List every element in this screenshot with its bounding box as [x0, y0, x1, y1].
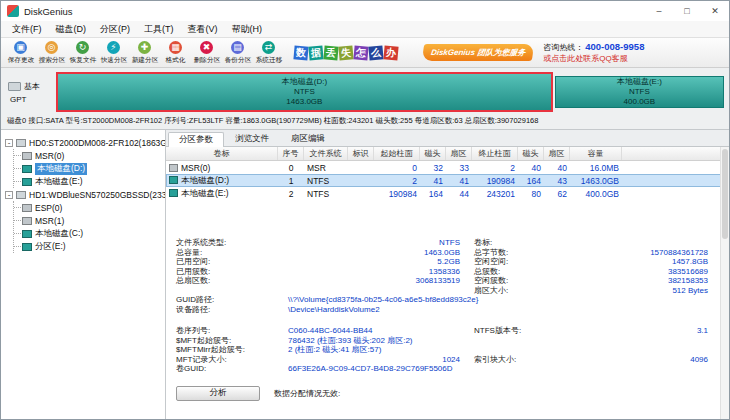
tree-item-label: 本地磁盘(C:)	[35, 228, 83, 240]
quick-partition-button[interactable]: ⚡快速分区	[98, 41, 129, 65]
cell-no: 0	[278, 163, 304, 173]
column-header: 标识	[348, 147, 374, 160]
banner-tile: 数	[293, 45, 308, 60]
cell-fs: NTFS	[304, 176, 348, 186]
cell-label: 本地磁盘(D:)	[166, 175, 278, 187]
partition-tree: -HD0:ST2000DM008-2FR102(1863GB)MSR(0)本地磁…	[1, 130, 166, 419]
cell-fs: MSR	[304, 163, 348, 173]
expander-icon[interactable]: -	[5, 191, 13, 199]
cell-es: 43	[544, 176, 570, 186]
cell-es: 62	[544, 189, 570, 199]
menu-file[interactable]: 文件(F)	[5, 21, 49, 38]
param-row: 总扇区数:3068133519空闲簇数:382158353	[166, 276, 729, 286]
partition-icon	[169, 189, 178, 197]
cell-es: 40	[544, 163, 570, 173]
cell-ss: 41	[446, 176, 472, 186]
cell-sc: 0	[374, 163, 420, 173]
recover-files-button[interactable]: ↻恢复文件	[67, 41, 98, 65]
param-value: 1457.8GB	[586, 257, 708, 266]
param-value: 1463.0GB	[288, 248, 460, 257]
table-row[interactable]: 本地磁盘(D:)1NTFS24141190984164431463.0GB	[166, 174, 729, 187]
partition-bar-name: 本地磁盘(D:)	[282, 77, 327, 87]
system-migration-button[interactable]: ⇄系统迁移	[253, 41, 284, 65]
tab-browse-files[interactable]: 浏览文件	[224, 131, 280, 146]
new-partition-button[interactable]: ✚新建分区	[129, 41, 160, 65]
vertical-scrollbar[interactable]	[720, 147, 729, 419]
search-partition-button[interactable]: ◎搜索分区	[36, 41, 67, 65]
param-value: 66F3E26A-9C09-4CD7-B4D8-29C769F5506D	[288, 364, 460, 373]
analyze-button[interactable]: 分析	[176, 386, 260, 401]
param-value: 1570884361728	[586, 248, 708, 257]
sidebar-item-local-disk-c[interactable]: 本地磁盘(C:)	[14, 227, 165, 240]
sidebar-item-hd1[interactable]: -HD1:WDBlueSN570250GBSSD(233GB)	[1, 188, 165, 201]
hotline-label: 咨询热线：	[543, 43, 583, 52]
tree-item-label: MSR(0)	[35, 151, 64, 161]
tree-item-label: HD1:WDBlueSN570250GBSSD(233GB)	[29, 190, 166, 200]
sidebar-item-esp-0[interactable]: ESP(0)	[14, 201, 165, 214]
partition-icon	[22, 165, 32, 173]
tree-item-label: 本地磁盘(D:)	[35, 163, 87, 175]
qq-support-link[interactable]: 或点击此处联系QQ客服	[543, 53, 644, 64]
menu-partition[interactable]: 分区(P)	[93, 21, 137, 38]
new-partition-icon: ✚	[138, 41, 151, 54]
format-button[interactable]: ▦格式化	[160, 41, 191, 65]
table-row[interactable]: 本地磁盘(E:)2NTFS190984164442432018062400.0G…	[166, 187, 729, 200]
param-row: 设备路径:\Device\HarddiskVolume2	[166, 305, 729, 315]
save-changes-button[interactable]: ▣保存更改	[5, 41, 36, 65]
param-label: NTFS版本号:	[474, 325, 586, 336]
window-controls: – □ ✕	[645, 1, 729, 21]
hotline: 咨询热线：400-008-9958	[543, 41, 644, 53]
backup-partition-button[interactable]: ▤备份分区	[222, 41, 253, 65]
cell-fs: NTFS	[304, 189, 348, 199]
param-label: 索引块大小:	[474, 354, 586, 365]
param-value: \Device\HarddiskVolume2	[288, 305, 380, 314]
cell-ss: 33	[446, 163, 472, 173]
menu-help[interactable]: 帮助(H)	[225, 21, 270, 38]
menu-disk[interactable]: 磁盘(D)	[49, 21, 94, 38]
cell-label: 本地磁盘(E:)	[166, 188, 278, 200]
param-value: 3.1	[586, 326, 708, 335]
param-value: 382158353	[586, 276, 708, 285]
toolbar-button-label: 新建分区	[131, 55, 158, 65]
expander-icon[interactable]: -	[5, 139, 13, 147]
sidebar-item-msr-0[interactable]: MSR(0)	[14, 149, 165, 162]
partition-bar-local-disk-e[interactable]: 本地磁盘(E:)NTFS400.0GB	[555, 76, 724, 108]
delete-partition-button[interactable]: ✖删除分区	[191, 41, 222, 65]
sidebar-item-partition-e[interactable]: 分区(E:)	[14, 240, 165, 253]
sidebar-item-hd0[interactable]: -HD0:ST2000DM008-2FR102(1863GB)	[1, 136, 165, 149]
sidebar-item-msr-1[interactable]: MSR(1)	[14, 214, 165, 227]
sidebar-item-local-disk-e[interactable]: 本地磁盘(E:)	[14, 175, 165, 188]
tree-item-label: 本地磁盘(E:)	[35, 176, 83, 188]
toolbar-button-label: 保存更改	[7, 55, 34, 65]
table-row[interactable]: MSR(0)0MSR032332404016.0MB	[166, 161, 729, 174]
param-value: 383516689	[586, 267, 708, 276]
maximize-button[interactable]: □	[673, 1, 701, 21]
partition-icon	[22, 243, 32, 251]
menu-view[interactable]: 查看(V)	[181, 21, 225, 38]
close-button[interactable]: ✕	[701, 1, 729, 21]
menu-bar: 文件(F)磁盘(D)分区(P)工具(T)查看(V)帮助(H)	[1, 21, 729, 38]
partition-bar-size: 1463.0GB	[286, 97, 322, 107]
column-header	[622, 147, 729, 160]
delete-icon: ✖	[200, 41, 213, 54]
banner-tile: 丢	[323, 45, 338, 60]
partition-bar-local-disk-d[interactable]: 本地磁盘(D:)NTFS1463.0GB	[56, 72, 553, 112]
minimize-button[interactable]: –	[645, 1, 673, 21]
tab-partition-params[interactable]: 分区参数	[168, 132, 224, 147]
search-icon: ◎	[45, 41, 58, 54]
tab-sector-edit[interactable]: 扇区编辑	[280, 131, 336, 146]
menu-tools[interactable]: 工具(T)	[137, 21, 181, 38]
disk-overview-panel: 基本 GPT 本地磁盘(D:)NTFS1463.0GB本地磁盘(E:)NTFS4…	[1, 68, 729, 130]
promo-ribbon[interactable]: DiskGenius 团队为您服务	[422, 44, 535, 61]
format-icon: ▦	[169, 41, 182, 54]
cell-ss: 44	[446, 189, 472, 199]
scrollbar-thumb[interactable]	[722, 149, 728, 239]
partition-icon	[169, 164, 178, 172]
sidebar-item-local-disk-d[interactable]: 本地磁盘(D:)	[14, 162, 165, 175]
toolbar-button-label: 系统迁移	[255, 55, 282, 65]
cell-size: 400.0GB	[570, 189, 622, 199]
cell-eh: 40	[518, 163, 544, 173]
partition-icon	[22, 178, 32, 186]
promo-banner-data-loss[interactable]: 数据丢失怎么办	[294, 46, 399, 60]
cell-label: MSR(0)	[166, 163, 278, 173]
